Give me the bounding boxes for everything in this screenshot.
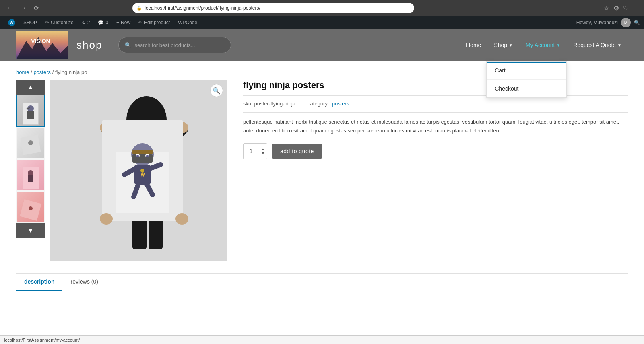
reading-list-icon: ☰ [594,4,600,12]
chevron-down-icon: ▼ [556,43,560,47]
search-admin-icon[interactable]: 🔍 [634,20,640,25]
nav-request-quote[interactable]: Request A Quote ▼ [567,29,628,61]
edit-icon: ✏ [138,20,142,25]
admin-avatar: M [621,18,631,27]
chevron-down-icon: ▼ [617,43,621,47]
main-image-container: W 🔍 [50,80,227,261]
svg-point-5 [27,105,34,112]
category-label: category: posters [308,101,349,107]
svg-rect-27 [132,154,153,163]
breadcrumb-home[interactable]: home [16,69,29,75]
tab-reviews[interactable]: reviews (0) [62,274,106,291]
wpcode-label: WPCode [178,20,197,25]
thumbnail-2[interactable] [16,127,45,159]
updates-admin-item[interactable]: ↻ 2 [78,16,94,29]
breadcrumb-posters[interactable]: posters [33,69,51,75]
plus-icon: + [116,20,119,25]
svg-point-37 [140,169,144,173]
product-layout: ▲ [16,80,628,261]
svg-text:W: W [141,173,145,177]
svg-rect-12 [28,175,33,182]
customize-label: Customize [51,20,74,25]
dropdown-checkout[interactable]: Checkout [487,80,566,97]
svg-point-11 [28,170,33,176]
quantity-field[interactable] [247,148,261,154]
search-bar[interactable]: 🔍 [118,37,231,53]
category-link[interactable]: posters [332,101,349,107]
zoom-button[interactable]: 🔍 [210,84,223,97]
product-details: flying ninja posters sku: poster-flying-… [243,80,628,167]
svg-rect-38 [132,150,153,154]
product-tabs: description reviews (0) [16,273,628,290]
comments-icon: 💬 [98,20,104,25]
quantity-input[interactable]: ▲ ▼ [243,143,267,159]
qty-up-arrow[interactable]: ▲ [261,147,265,151]
thumbnails-next-button[interactable]: ▼ [16,223,45,238]
menu-icon: ⋮ [633,4,639,12]
address-text: localhost/FirstAssignment/product/flying… [144,5,260,11]
edit-product-admin-item[interactable]: ✏ Edit product [134,16,174,29]
back-button[interactable]: ← [5,3,14,13]
dropdown-cart[interactable]: Cart [487,62,566,80]
shop-admin-item[interactable]: SHOP [19,16,41,29]
profile-icon: ♡ [623,4,629,12]
site-logo[interactable]: VISION+ [16,31,68,59]
svg-point-30 [136,155,139,157]
security-icon: 🔒 [136,6,142,11]
forward-button[interactable]: → [19,3,28,13]
site-header: VISION+ shop 🔍 Home Shop ▼ My Account ▼ … [0,29,644,61]
logo-svg: VISION+ [16,31,68,59]
product-divider [243,95,628,96]
tab-nav: description reviews (0) [16,274,628,290]
sku-value: poster-flying-ninja [254,101,295,107]
product-description: pellentesque habitant morbi tristique se… [243,117,628,135]
wp-admin-bar: W SHOP ✏ Customize ↻ 2 💬 0 + New ✏ Edit … [0,16,644,29]
chevron-down-icon: ▼ [509,43,513,47]
extensions-icon: ⚙ [613,4,619,12]
nav-shop-label: Shop [494,42,507,48]
product-meta: sku: poster-flying-ninja category: poste… [243,101,628,107]
dropdown-indicator [487,62,566,63]
quantity-arrows[interactable]: ▲ ▼ [261,147,265,155]
address-bar[interactable]: 🔒 localhost/FirstAssignment/product/flyi… [132,3,414,13]
nav-home-label: Home [466,42,481,48]
svg-point-14 [29,206,33,210]
product-divider-2 [243,112,628,113]
wpcode-admin-item[interactable]: WPCode [174,16,201,29]
comments-admin-item[interactable]: 💬 0 [94,16,112,29]
svg-point-31 [146,155,149,157]
thumbnail-4[interactable] [16,191,45,223]
svg-text:VISION+: VISION+ [31,38,54,44]
thumbnails-prev-button[interactable]: ▲ [16,80,45,95]
tab-description[interactable]: description [16,274,62,291]
sku-label: sku: poster-flying-ninja [243,101,295,107]
edit-product-label: Edit product [144,20,170,25]
site-title: shop [76,39,102,51]
wp-logo-item[interactable]: W [4,16,19,29]
howdy-label: Howdy, Muwanguzi [576,20,618,25]
main-nav: Home Shop ▼ My Account ▼ Cart Checkout R… [460,29,628,61]
add-to-quote-button[interactable]: add to quote [272,144,322,159]
shop-admin-label: SHOP [23,20,37,25]
main-product-image: W [50,80,227,261]
svg-point-40 [100,213,113,225]
customize-admin-item[interactable]: ✏ Customize [41,16,78,29]
thumbnail-1[interactable] [16,95,45,127]
pencil-icon: ✏ [45,20,49,25]
nav-my-account-label: My Account [526,42,555,48]
add-to-quote-row: ▲ ▼ add to quote [243,143,628,159]
product-images: ▲ [16,80,227,261]
qty-down-arrow[interactable]: ▼ [261,151,265,155]
nav-home[interactable]: Home [460,29,487,61]
svg-point-9 [28,140,33,145]
thumbnail-3[interactable] [16,159,45,191]
new-label: New [121,20,130,25]
reload-button[interactable]: ⟳ [32,3,41,14]
browser-chrome: ← → ⟳ 🔒 localhost/FirstAssignment/produc… [0,0,644,16]
breadcrumb-current: flying ninja po [55,69,87,75]
search-input[interactable] [134,42,225,48]
new-admin-item[interactable]: + New [112,16,134,29]
svg-rect-6 [27,111,34,119]
nav-my-account[interactable]: My Account ▼ Cart Checkout [519,29,567,61]
nav-shop[interactable]: Shop ▼ [487,29,519,61]
